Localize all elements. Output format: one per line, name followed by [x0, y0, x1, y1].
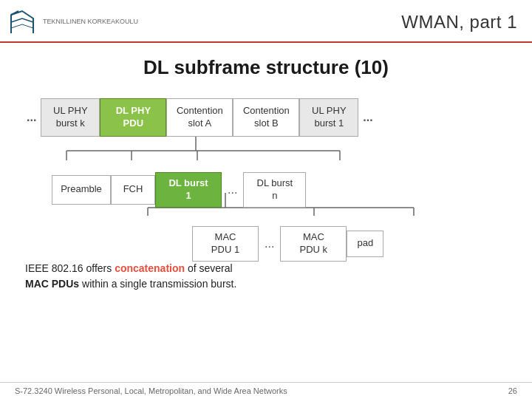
dl-burst-n-box: DL burst n	[243, 172, 306, 208]
diagram: ... UL PHY burst k DL PHY PDU Contention…	[22, 95, 510, 258]
ul-phy-burst-k-box: UL PHY burst k	[41, 98, 100, 137]
subframe-mid-dots: ...	[222, 183, 243, 197]
contention-slot-b-box: Contention slot B	[233, 98, 299, 137]
footer-left: S-72.3240 Wireless Personal, Local, Metr…	[15, 386, 287, 395]
mac-pdu-k-box: MAC PDU k	[280, 226, 347, 262]
desc-highlight: concatenation	[115, 262, 185, 274]
logo-text: TEKNILLINEN KORKEAKOULU	[43, 18, 138, 27]
footer-right: 26	[508, 386, 517, 395]
desc-mac-pdus: MAC PDUs	[25, 278, 79, 290]
logo-area: TEKNILLINEN KORKEAKOULU	[7, 7, 138, 37]
dl-phy-pdu-box: DL PHY PDU	[100, 98, 166, 137]
mac-row: MAC PDU 1 ... MAC PDU k pad	[192, 226, 383, 262]
desc-line2-post: within a single transmission burst.	[79, 278, 236, 290]
mac-pdu-1-box: MAC PDU 1	[192, 226, 259, 262]
description: IEEE 802.16 offers concatenation of seve…	[22, 261, 510, 292]
header: TEKNILLINEN KORKEAKOULU WMAN, part 1	[0, 0, 532, 43]
desc-line1-pre: IEEE 802.16 offers	[25, 262, 115, 274]
dl-burst-1-box: DL burst 1	[155, 172, 222, 208]
left-dots: ...	[22, 111, 41, 124]
pad-box: pad	[347, 231, 383, 257]
header-title: WMAN, part 1	[401, 12, 517, 33]
main-content: DL subframe structure (10)	[0, 43, 532, 299]
subframe-row: Preamble FCH DL burst 1 ... DL burst n	[52, 172, 306, 208]
slide-title: DL subframe structure (10)	[22, 56, 510, 79]
desc-line1-post: of several	[185, 262, 233, 274]
mac-mid-dots: ...	[259, 237, 280, 250]
footer: S-72.3240 Wireless Personal, Local, Metr…	[0, 382, 532, 399]
phy-row: ... UL PHY burst k DL PHY PDU Contention…	[22, 98, 378, 137]
contention-slot-a-box: Contention slot A	[166, 98, 233, 137]
preamble-box: Preamble	[52, 175, 111, 205]
logo-icon	[7, 7, 37, 37]
right-dots: ...	[358, 111, 377, 124]
ul-phy-burst-1-box: UL PHY burst 1	[299, 98, 358, 137]
fch-box: FCH	[111, 175, 155, 205]
